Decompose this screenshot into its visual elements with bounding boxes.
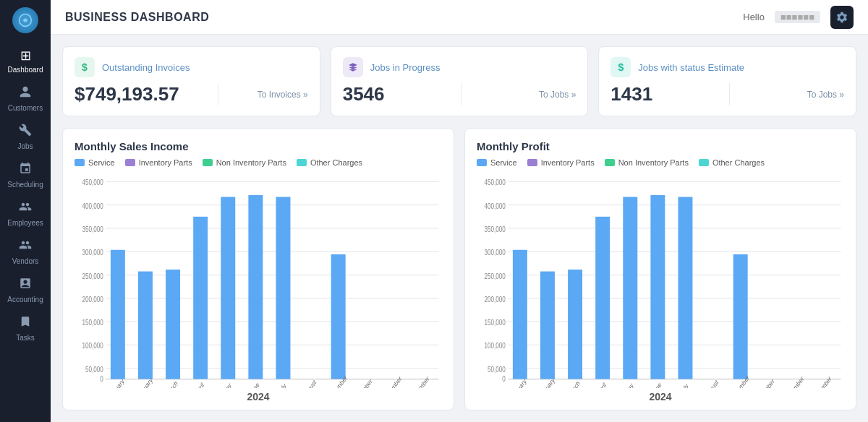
sidebar-item-dashboard[interactable]: ⊞ Dashboard (0, 42, 51, 79)
bar-jan (111, 250, 125, 379)
content-area: $ Outstanding Invoices $749,193.57 To In… (51, 35, 868, 422)
sidebar-item-jobs[interactable]: Jobs (0, 118, 51, 156)
svg-text:350,000: 350,000 (82, 225, 103, 234)
legend-inventory: Inventory Parts (125, 158, 192, 167)
kpi-divider (729, 83, 730, 106)
svg-text:July: July (678, 381, 689, 388)
bar-feb (138, 272, 153, 379)
legend-label: Inventory Parts (139, 158, 192, 167)
kpi-value-invoices: $749,193.57 (75, 83, 179, 106)
kpi-divider (218, 83, 218, 106)
svg-text:May: May (624, 381, 635, 388)
bar-p-feb (540, 272, 555, 379)
legend-dot-blue (75, 159, 85, 166)
sidebar-item-label: Dashboard (8, 66, 43, 74)
kpi-label-jobs-progress: Jobs in Progress (370, 62, 441, 73)
bar-p-jan (513, 250, 527, 379)
page-title: BUSINESS DASHBOARD (65, 11, 209, 24)
settings-button[interactable] (830, 6, 854, 29)
svg-text:June: June (248, 381, 260, 388)
sidebar-item-label: Scheduling (7, 181, 43, 189)
dashboard-icon: ⊞ (20, 48, 31, 64)
svg-text:April: April (595, 381, 607, 388)
kpi-link-jobs-estimate[interactable]: To Jobs » (807, 90, 844, 100)
svg-text:0: 0 (100, 374, 103, 384)
hello-text: Hello (743, 12, 765, 22)
tasks-icon (19, 315, 32, 332)
chart-svg-area-sales: 450,000 400,000 350,000 300,000 250,000 … (75, 173, 442, 388)
bar-apr (193, 217, 208, 379)
svg-text:400,000: 400,000 (82, 201, 103, 210)
bar-p-sep (733, 254, 748, 379)
svg-text:March: March (566, 379, 581, 388)
bar-p-jun (650, 195, 665, 379)
kpi-row: $ Outstanding Invoices $749,193.57 To In… (62, 46, 856, 116)
legend-dot-blue-p (477, 159, 487, 166)
kpi-label-jobs-estimate: Jobs with status Estimate (638, 62, 744, 73)
bar-p-apr (595, 217, 610, 379)
sidebar-item-vendors[interactable]: Vendors (0, 233, 51, 271)
svg-text:May: May (221, 381, 233, 388)
chart-legend-sales: Service Inventory Parts Non Inventory Pa… (75, 158, 442, 167)
bar-sep (331, 254, 346, 379)
sidebar-item-label: Jobs (17, 142, 33, 150)
sidebar-item-scheduling[interactable]: Scheduling (0, 156, 51, 194)
svg-text:50,000: 50,000 (85, 364, 103, 374)
svg-text:June: June (650, 381, 663, 388)
svg-text:200,000: 200,000 (82, 295, 103, 304)
svg-text:50,000: 50,000 (488, 364, 506, 374)
legend-inventory-p: Inventory Parts (527, 158, 595, 167)
legend-service-p: Service (477, 158, 517, 167)
main-area: BUSINESS DASHBOARD Hello ■■■■■■ $ Outsta… (51, 0, 868, 422)
svg-text:July: July (276, 381, 287, 388)
employees-icon (19, 200, 32, 217)
bar-p-mar (568, 270, 582, 379)
sidebar-item-customers[interactable]: Customers (0, 79, 51, 118)
scheduling-icon (19, 162, 32, 178)
svg-text:March: March (164, 379, 179, 388)
svg-text:December: December (409, 374, 430, 388)
svg-text:November: November (381, 374, 403, 388)
chart-year-profit: 2024 (477, 391, 844, 402)
bar-p-may (623, 197, 637, 379)
legend-label: Inventory Parts (541, 158, 595, 167)
svg-text:November: November (783, 374, 805, 388)
header-right: Hello ■■■■■■ (743, 6, 854, 29)
sidebar: ⊞ Dashboard Customers Jobs Scheduling Em… (0, 0, 51, 422)
svg-text:100,000: 100,000 (82, 341, 103, 350)
user-name: ■■■■■■ (775, 11, 820, 23)
svg-text:100,000: 100,000 (484, 341, 506, 350)
chart-monthly-sales: Monthly Sales Income Service Inventory P… (62, 128, 454, 410)
svg-text:250,000: 250,000 (82, 271, 103, 280)
bar-jun (248, 195, 263, 379)
legend-label: Service (490, 158, 517, 167)
legend-dot-cyan (297, 159, 307, 166)
svg-text:250,000: 250,000 (484, 271, 506, 280)
bar-may (221, 197, 235, 379)
kpi-link-invoices[interactable]: To Invoices » (258, 90, 308, 100)
sidebar-item-label: Customers (8, 104, 43, 112)
legend-non-inventory-p: Non Inventory Parts (605, 158, 689, 167)
app-logo[interactable] (12, 7, 38, 33)
chart-title-sales: Monthly Sales Income (75, 140, 442, 152)
legend-label: Non Inventory Parts (216, 158, 286, 167)
sidebar-item-employees[interactable]: Employees (0, 194, 51, 233)
svg-text:December: December (811, 374, 833, 388)
sidebar-item-label: Vendors (12, 257, 39, 265)
kpi-link-jobs-progress[interactable]: To Jobs » (539, 90, 576, 100)
legend-service: Service (75, 158, 115, 167)
sidebar-item-accounting[interactable]: Accounting (0, 271, 51, 309)
legend-label: Service (88, 158, 115, 167)
bar-chart-profit: 450,000 400,000 350,000 300,000 250,000 … (477, 173, 844, 388)
sidebar-item-tasks[interactable]: Tasks (0, 309, 51, 348)
svg-text:200,000: 200,000 (484, 295, 506, 304)
chart-monthly-profit: Monthly Profit Service Inventory Parts N… (464, 128, 856, 410)
vendors-icon (19, 238, 32, 255)
chart-svg-area-profit: 450,000 400,000 350,000 300,000 250,000 … (477, 173, 844, 388)
customers-icon (19, 85, 32, 102)
svg-text:350,000: 350,000 (484, 225, 506, 234)
sidebar-item-label: Employees (7, 219, 43, 227)
legend-dot-purple (125, 159, 135, 166)
kpi-card-outstanding-invoices: $ Outstanding Invoices $749,193.57 To In… (62, 46, 320, 116)
chart-year-sales: 2024 (75, 391, 442, 402)
